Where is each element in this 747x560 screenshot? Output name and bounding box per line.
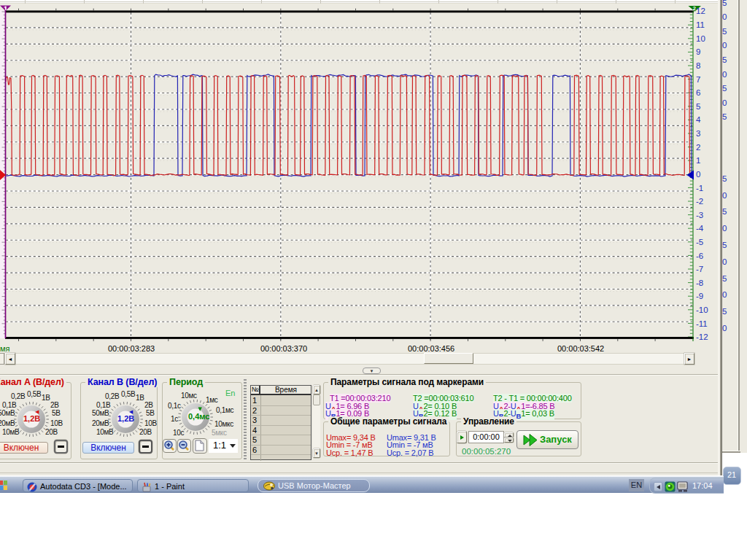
svg-text:9: 9 [696,47,700,56]
svg-text:-4: -4 [696,224,704,233]
svg-text:-10: -10 [696,306,708,314]
svg-text:11: 11 [696,20,705,29]
svg-text:-5: -5 [696,238,703,246]
svg-text:5: 5 [722,241,727,249]
svg-text:2: 2 [696,143,700,152]
svg-text:0: 0 [722,191,727,200]
svg-text:-3: -3 [696,211,703,219]
svg-text:-9: -9 [696,292,703,300]
svg-text:5: 5 [722,0,727,7]
svg-text:5: 5 [722,27,727,36]
svg-text:-7: -7 [696,265,703,273]
svg-text:0: 0 [722,257,727,266]
svg-text:-8: -8 [696,279,703,287]
svg-text:5: 5 [722,274,727,283]
svg-text:5: 5 [722,174,727,183]
svg-text:6: 6 [696,88,700,97]
svg-text:-12: -12 [696,332,708,341]
svg-text:0: 0 [696,170,700,179]
svg-text:10: 10 [696,34,705,43]
svg-text:1: 1 [696,156,700,165]
svg-text:5: 5 [722,207,727,216]
svg-text:-11: -11 [696,319,708,328]
svg-text:0: 0 [722,98,727,107]
svg-text:0: 0 [722,12,727,21]
svg-text:0: 0 [722,224,727,233]
svg-text:-1: -1 [696,184,703,192]
svg-text:0: 0 [722,70,727,79]
svg-text:4: 4 [696,115,701,124]
svg-text:0: 0 [722,41,727,50]
svg-text:5: 5 [722,112,727,121]
svg-text:0: 0 [722,324,727,332]
svg-text:3: 3 [696,129,700,138]
svg-text:8: 8 [696,61,700,70]
svg-text:5: 5 [722,84,727,93]
svg-text:7: 7 [696,75,700,84]
svg-text:0: 0 [722,290,727,299]
svg-text:5: 5 [722,55,727,64]
svg-text:-6: -6 [696,252,703,260]
svg-text:5: 5 [722,307,727,316]
svg-text:-2: -2 [696,197,703,206]
svg-text:5: 5 [696,102,700,111]
svg-text:12: 12 [696,7,705,15]
